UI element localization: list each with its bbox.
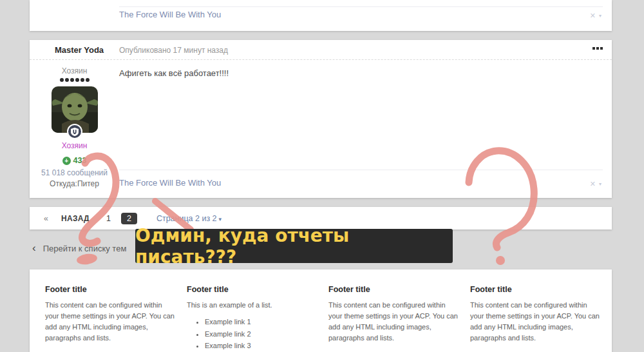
post-tools[interactable]: ✕ ▾	[590, 12, 601, 20]
signature-separator	[119, 6, 603, 7]
page-2-button-active[interactable]: 2	[121, 213, 137, 224]
post-tools[interactable]: ✕ ▾	[590, 180, 601, 188]
back-to-topic-list-link[interactable]: ‹ Перейти к списку тем	[32, 243, 126, 253]
footer-text: This is an example of a list.	[187, 300, 319, 311]
left-question-mark-dot	[76, 253, 98, 266]
author-pane: Хозяин Хозяин + 43	[30, 60, 119, 188]
first-page-button[interactable]: «	[44, 214, 48, 223]
footer-text: This content can be configured within yo…	[45, 300, 177, 344]
chevron-down-icon[interactable]: ▾	[599, 181, 601, 187]
footer-card: Footer title This content can be configu…	[30, 269, 612, 352]
footer-link[interactable]: Example link 2	[205, 328, 319, 340]
post-content: Афигеть как всё работает!!!!	[119, 68, 229, 78]
footer-link[interactable]: Example link 1	[205, 316, 319, 328]
reputation: + 433	[30, 156, 119, 165]
footer-column: Footer title This content can be configu…	[470, 285, 602, 344]
annotation-caption-box: Одмин, куда отчеты писать???	[135, 229, 453, 263]
plus-circle-icon: +	[62, 157, 71, 165]
back-link-label: Перейти к списку тем	[43, 244, 127, 253]
multiquote-icon[interactable]: ✕	[590, 180, 596, 188]
chevron-down-icon: ▾	[219, 216, 222, 222]
group-pips	[30, 78, 119, 82]
footer-column: Footer title This is an example of a lis…	[187, 285, 319, 352]
post-header: Master Yoda Опубликовано 17 минут назад	[30, 40, 612, 60]
post-author-name[interactable]: Master Yoda	[55, 45, 104, 55]
page-select-dropdown[interactable]: Страница 2 из 2▾	[156, 214, 222, 223]
author-location: Откуда:Питер	[30, 179, 119, 188]
post-timestamp[interactable]: Опубликовано 17 минут назад	[119, 46, 228, 55]
reputation-count: 433	[73, 156, 87, 165]
right-question-mark-dot	[496, 256, 505, 265]
footer-column: Footer title This content can be configu…	[328, 285, 460, 344]
chevron-down-icon[interactable]: ▾	[599, 13, 601, 19]
post-card: Master Yoda Опубликовано 17 минут назад …	[30, 40, 612, 198]
signature-link[interactable]: The Force Will Be With You	[119, 178, 221, 188]
author-group-link[interactable]: Хозяин	[30, 141, 119, 150]
footer-text: This content can be configured within yo…	[328, 300, 460, 344]
footer-title: Footer title	[328, 285, 460, 294]
multiquote-icon[interactable]: ✕	[590, 12, 596, 20]
annotation-text: Одмин, куда отчеты писать???	[135, 225, 453, 268]
footer-text: This content can be configured within yo…	[470, 300, 602, 344]
signature-link[interactable]: The Force Will Be With You	[119, 10, 221, 19]
previous-post-card: The Force Will Be With You ✕ ▾	[30, 0, 612, 31]
footer-title: Footer title	[470, 285, 602, 294]
defender-badge-icon	[67, 124, 82, 139]
chevron-left-icon: ‹	[32, 243, 36, 253]
signature-separator	[119, 170, 603, 170]
author-group-label: Хозяин	[30, 66, 119, 75]
footer-column: Footer title This content can be configu…	[45, 285, 177, 344]
back-page-button[interactable]: НАЗАД	[61, 214, 90, 223]
page-1-button[interactable]: 1	[106, 214, 111, 223]
post-options-icon[interactable]	[592, 47, 603, 50]
posts-count: 51 018 сообщений	[30, 168, 119, 177]
footer-title: Footer title	[187, 285, 319, 294]
footer-title: Footer title	[45, 285, 177, 294]
footer-link-list: Example link 1 Example link 2 Example li…	[187, 316, 319, 352]
footer-link[interactable]: Example link 3	[205, 340, 319, 352]
page-select-label: Страница 2 из 2	[156, 214, 217, 223]
